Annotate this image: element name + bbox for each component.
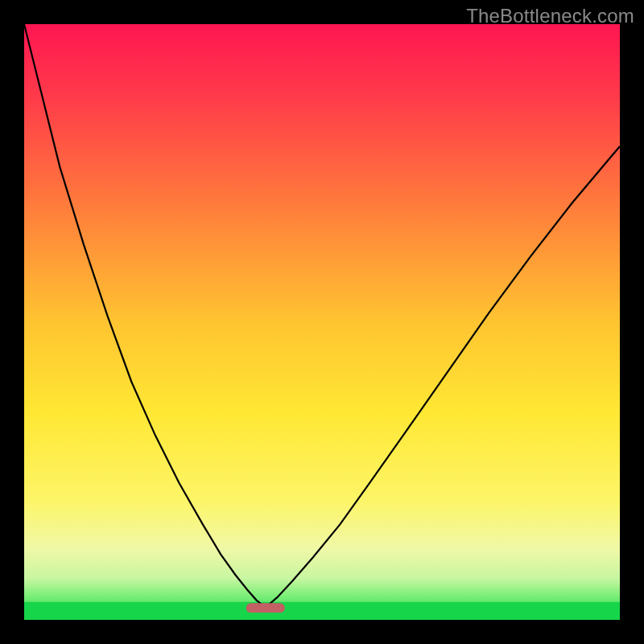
plot-area (24, 24, 620, 620)
chart-frame: TheBottleneck.com (0, 0, 644, 644)
bottom-band (24, 602, 620, 620)
bottleneck-marker (246, 603, 285, 613)
plot-svg (24, 24, 620, 620)
gradient-rect (24, 24, 620, 620)
